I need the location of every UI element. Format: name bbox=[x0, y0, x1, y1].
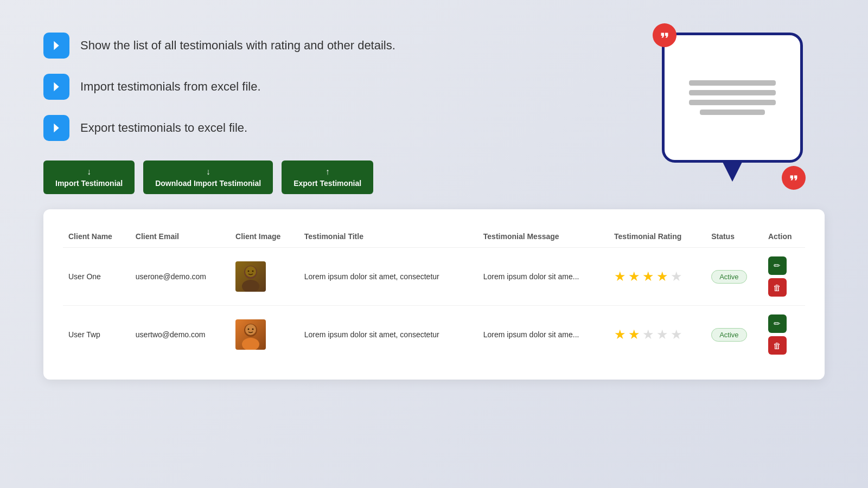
download-icon: ↓ bbox=[206, 167, 210, 177]
user-avatar-svg-2 bbox=[235, 319, 266, 350]
feature-text-1: Show the list of all testimonials with r… bbox=[80, 38, 395, 53]
star-2-5: ★ bbox=[671, 327, 682, 342]
avatar-1 bbox=[235, 261, 266, 292]
edit-button-1[interactable]: ✏ bbox=[768, 256, 787, 275]
svg-point-1 bbox=[242, 280, 259, 292]
export-icon: ↑ bbox=[326, 167, 330, 177]
testimonial-rating-1: ★ ★ ★ ★ ★ bbox=[609, 248, 706, 306]
col-action: Action bbox=[763, 226, 805, 248]
star-2-4: ★ bbox=[656, 327, 668, 342]
status-2: Active bbox=[706, 306, 763, 364]
user-avatar-svg-1 bbox=[235, 261, 266, 292]
testimonial-graphic bbox=[651, 22, 814, 195]
action-buttons-1: ✏ 🗑 bbox=[768, 256, 800, 297]
star-2-1: ★ bbox=[614, 327, 626, 342]
testimonials-table: Client Name Client Email Client Image Te… bbox=[63, 226, 805, 363]
col-testimonial-rating: Testimonial Rating bbox=[609, 226, 706, 248]
svg-point-9 bbox=[252, 329, 254, 330]
export-label: Export Testimonial bbox=[293, 179, 361, 188]
bubble-line-1 bbox=[689, 80, 776, 86]
download-import-testimonial-button[interactable]: ↓ Download Import Testimonial bbox=[143, 160, 273, 194]
svg-point-4 bbox=[252, 271, 254, 272]
feature-text-2: Import testimonials from excel file. bbox=[80, 80, 261, 94]
header-row: Client Name Client Email Client Image Te… bbox=[63, 226, 805, 248]
quote-icon-top bbox=[659, 29, 671, 41]
download-label: Download Import Testimonial bbox=[155, 179, 261, 188]
arrow-right-icon-3 bbox=[49, 120, 64, 136]
star-1-3: ★ bbox=[642, 269, 654, 284]
features-section: Show the list of all testimonials with r… bbox=[43, 33, 477, 141]
avatar-2 bbox=[235, 319, 266, 350]
testimonial-message-2: Lorem ipsum dolor sit ame... bbox=[478, 306, 609, 364]
svg-point-7 bbox=[245, 324, 256, 335]
action-1: ✏ 🗑 bbox=[763, 248, 805, 306]
import-icon: ↓ bbox=[87, 167, 91, 177]
testimonial-rating-2: ★ ★ ★ ★ ★ bbox=[609, 306, 706, 364]
client-image-2 bbox=[230, 306, 299, 364]
col-client-email: Client Email bbox=[130, 226, 230, 248]
col-client-name: Client Name bbox=[63, 226, 130, 248]
edit-button-2[interactable]: ✏ bbox=[768, 314, 787, 333]
feature-item-1: Show the list of all testimonials with r… bbox=[43, 33, 477, 59]
svg-point-8 bbox=[248, 329, 250, 330]
action-2: ✏ 🗑 bbox=[763, 306, 805, 364]
status-badge-1: Active bbox=[711, 270, 746, 284]
quote-dot-bottom bbox=[782, 166, 806, 190]
star-1-4: ★ bbox=[656, 269, 668, 284]
feature-icon-box-1 bbox=[43, 33, 69, 59]
client-email-2: usertwo@demo.com bbox=[130, 306, 230, 364]
testimonial-message-1: Lorem ipsum dolor sit ame... bbox=[478, 248, 609, 306]
star-1-2: ★ bbox=[628, 269, 640, 284]
table-row: User Twp usertwo@demo.com bbox=[63, 306, 805, 364]
stars-row-1: ★ ★ ★ ★ ★ bbox=[614, 269, 700, 284]
status-badge-2: Active bbox=[711, 328, 746, 342]
arrow-right-icon-2 bbox=[49, 79, 64, 94]
svg-point-2 bbox=[245, 266, 256, 277]
col-testimonial-title: Testimonial Title bbox=[299, 226, 478, 248]
status-1: Active bbox=[706, 248, 763, 306]
speech-bubble bbox=[662, 33, 803, 163]
star-2-2: ★ bbox=[628, 327, 640, 342]
feature-icon-box-3 bbox=[43, 115, 69, 141]
quote-dot-top bbox=[653, 23, 676, 47]
table-row: User One userone@demo.com bbox=[63, 248, 805, 306]
quote-icon-bottom bbox=[788, 172, 800, 184]
arrow-right-icon bbox=[49, 38, 64, 53]
svg-point-3 bbox=[248, 271, 250, 272]
star-1-5: ★ bbox=[671, 269, 682, 284]
bubble-line-4 bbox=[700, 110, 765, 115]
table-body: User One userone@demo.com bbox=[63, 248, 805, 364]
client-name-2: User Twp bbox=[63, 306, 130, 364]
import-testimonial-button[interactable]: ↓ Import Testimonial bbox=[43, 160, 135, 194]
export-testimonial-button[interactable]: ↑ Export Testimonial bbox=[282, 160, 373, 194]
delete-button-1[interactable]: 🗑 bbox=[768, 278, 787, 297]
col-client-image: Client Image bbox=[230, 226, 299, 248]
bubble-line-3 bbox=[689, 100, 776, 105]
testimonial-title-1: Lorem ipsum dolor sit amet, consectetur bbox=[299, 248, 478, 306]
feature-item-2: Import testimonials from excel file. bbox=[43, 74, 477, 100]
client-image-1 bbox=[230, 248, 299, 306]
svg-point-6 bbox=[242, 338, 259, 350]
delete-button-2[interactable]: 🗑 bbox=[768, 336, 787, 355]
table-header: Client Name Client Email Client Image Te… bbox=[63, 226, 805, 248]
star-2-3: ★ bbox=[642, 327, 654, 342]
client-email-1: userone@demo.com bbox=[130, 248, 230, 306]
table-card: Client Name Client Email Client Image Te… bbox=[43, 209, 825, 380]
feature-item-3: Export testimonials to excel file. bbox=[43, 115, 477, 141]
testimonial-title-2: Lorem ipsum dolor sit amet, consectetur bbox=[299, 306, 478, 364]
feature-icon-box-2 bbox=[43, 74, 69, 100]
bubble-line-2 bbox=[689, 90, 776, 95]
import-label: Import Testimonial bbox=[55, 179, 123, 188]
stars-row-2: ★ ★ ★ ★ ★ bbox=[614, 327, 700, 342]
col-testimonial-message: Testimonial Message bbox=[478, 226, 609, 248]
col-status: Status bbox=[706, 226, 763, 248]
action-buttons-2: ✏ 🗑 bbox=[768, 314, 800, 355]
feature-text-3: Export testimonials to excel file. bbox=[80, 121, 247, 135]
star-1-1: ★ bbox=[614, 269, 626, 284]
client-name-1: User One bbox=[63, 248, 130, 306]
